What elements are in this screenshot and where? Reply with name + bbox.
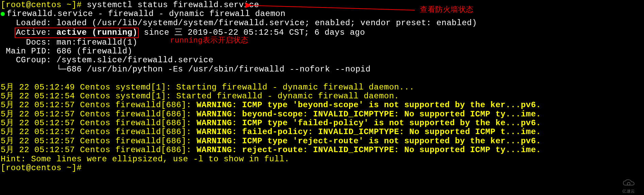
- terminal-line-cgroup: CGroup: /system.slice/firewalld.service: [1, 56, 643, 65]
- terminal-line-prompt2: [root@centos ~]#: [1, 164, 643, 173]
- log-msg: WARNING: ICMP type 'failed-policy' is no…: [197, 118, 541, 128]
- terminal-line-active: Active: active (running) since 三 2019-05…: [1, 28, 643, 38]
- log-prefix: 5月 22 05:12:57 Centos firewalld[686]:: [1, 145, 197, 155]
- log-line-1: 5月 22 05:12:49 Centos systemd[1]: Starti…: [1, 83, 643, 92]
- watermark-text: 亿速云: [622, 190, 635, 194]
- log-line-7: 5月 22 05:12:57 Centos firewalld[686]: WA…: [1, 137, 643, 146]
- log-msg: WARNING: failed-policy: INVALID_ICMPTYPE…: [197, 127, 541, 136]
- log-msg: Starting firewalld - dynamic firewall da…: [176, 83, 414, 92]
- log-msg: WARNING: ICMP type 'beyond-scope' is not…: [197, 100, 541, 110]
- log-line-6: 5月 22 05:12:57 Centos firewalld[686]: WA…: [1, 128, 643, 136]
- mainpid-label: Main PID:: [1, 47, 56, 56]
- active-label: Active:: [16, 28, 56, 37]
- annotation-running-label: running表示开启状态: [170, 37, 249, 45]
- active-highlight-box: Active: active (running): [15, 28, 139, 38]
- log-line-4: 5月 22 05:12:57 Centos firewalld[686]: WA…: [1, 110, 643, 119]
- log-prefix: 5月 22 05:12:49 Centos systemd[1]:: [1, 83, 176, 92]
- loaded-value: loaded (/usr/lib/systemd/system/firewall…: [56, 18, 477, 28]
- log-prefix: 5月 22 05:12:57 Centos firewalld[686]:: [1, 110, 197, 119]
- command-text: systemctl status firewalld.service: [87, 0, 259, 10]
- log-msg: WARNING: beyond-scope: INVALID_ICMPTYPE:…: [197, 110, 541, 119]
- unit-header: firewalld.service - firewalld - dynamic …: [7, 9, 286, 18]
- terminal-line-loaded: Loaded: loaded (/usr/lib/systemd/system/…: [1, 19, 643, 28]
- log-line-8: 5月 22 05:12:57 Centos firewalld[686]: WA…: [1, 146, 643, 155]
- annotation-status-label: 查看防火墙状态: [420, 6, 474, 14]
- log-line-5: 5月 22 05:12:57 Centos firewalld[686]: WA…: [1, 119, 643, 128]
- log-line-2: 5月 22 05:12:54 Centos systemd[1]: Starte…: [1, 92, 643, 101]
- log-prefix: 5月 22 05:12:57 Centos firewalld[686]:: [1, 136, 197, 146]
- hint-line: Hint: Some lines were ellipsized, use -l…: [1, 155, 643, 164]
- docs-value: man:firewalld(1): [56, 38, 137, 47]
- terminal-blank-line: [1, 74, 643, 83]
- cgroup-label: CGroup:: [1, 55, 56, 65]
- log-msg: Started firewalld - dynamic firewall dae…: [176, 92, 399, 101]
- terminal-line-cgroup-tree: └─686 /usr/bin/python -Es /usr/sbin/fire…: [1, 65, 643, 74]
- cgroup-value: /system.slice/firewalld.service: [56, 55, 214, 65]
- terminal-line-mainpid: Main PID: 686 (firewalld): [1, 47, 643, 56]
- log-msg: WARNING: ICMP type 'reject-route' is not…: [197, 136, 541, 146]
- prompt-hash: #: [77, 163, 82, 173]
- cloud-icon: [622, 179, 635, 190]
- status-dot-icon: [1, 12, 5, 16]
- annotation-arrow-icon: [245, 3, 422, 13]
- svg-line-1: [252, 5, 415, 10]
- log-prefix: 5月 22 05:12:57 Centos firewalld[686]:: [1, 100, 197, 110]
- active-since: since 三 2019-05-22 05:12:54 CST; 6 days …: [139, 28, 365, 37]
- mainpid-value: 686 (firewalld): [56, 47, 133, 56]
- terminal-line-docs: Docs: man:firewalld(1): [1, 38, 643, 47]
- prompt-hash: #: [77, 0, 87, 10]
- loaded-label: Loaded:: [1, 18, 56, 28]
- log-prefix: 5月 22 05:12:57 Centos firewalld[686]:: [1, 127, 197, 136]
- watermark-logo: 亿速云: [617, 180, 641, 193]
- active-value: active (running): [56, 28, 137, 37]
- prompt-user: [root@centos ~]: [1, 163, 77, 173]
- log-prefix: 5月 22 05:12:57 Centos firewalld[686]:: [1, 118, 197, 128]
- docs-label: Docs:: [1, 38, 56, 47]
- prompt-user: [root@centos ~]: [1, 0, 77, 10]
- log-prefix: 5月 22 05:12:54 Centos systemd[1]:: [1, 92, 176, 101]
- log-line-3: 5月 22 05:12:57 Centos firewalld[686]: WA…: [1, 101, 643, 110]
- log-msg: WARNING: reject-route: INVALID_ICMPTYPE:…: [197, 145, 541, 155]
